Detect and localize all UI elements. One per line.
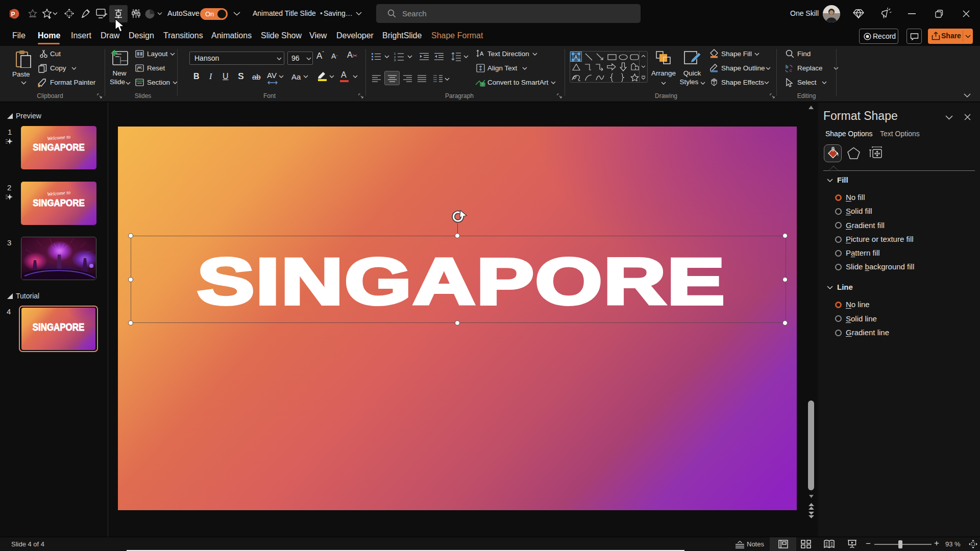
svg-text:A: A xyxy=(574,55,578,60)
svg-text:2: 2 xyxy=(394,56,396,59)
svg-text:1: 1 xyxy=(394,52,396,55)
svg-text:P: P xyxy=(11,11,15,18)
svg-text:A: A xyxy=(480,51,484,57)
svg-text:3: 3 xyxy=(394,59,396,61)
svg-text:c: c xyxy=(790,68,792,73)
svg-text:b: b xyxy=(786,64,789,69)
